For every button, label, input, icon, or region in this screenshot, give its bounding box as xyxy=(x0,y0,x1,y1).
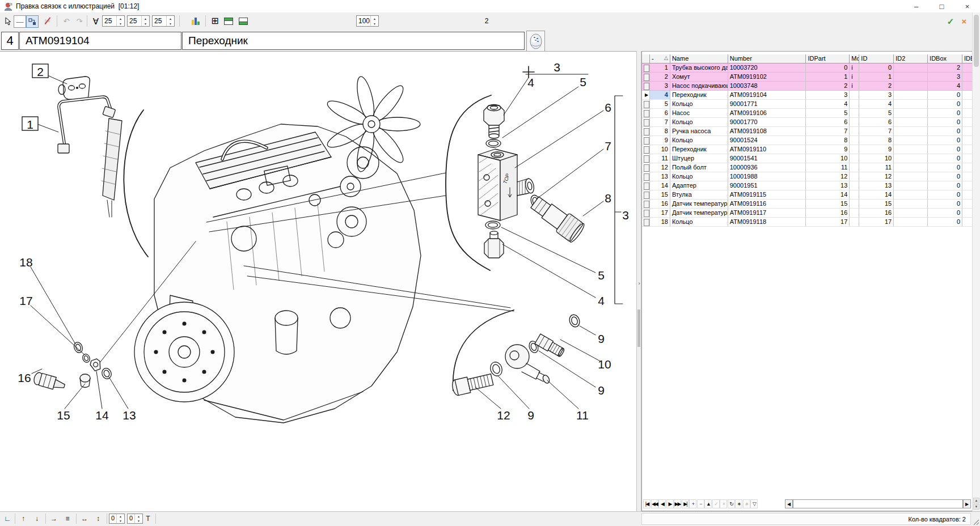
cell-id[interactable]: 0 xyxy=(859,63,894,73)
cell-id2[interactable] xyxy=(894,109,928,118)
cell-n[interactable]: 7 xyxy=(650,118,670,127)
header-panel-button[interactable] xyxy=(223,15,234,27)
cell-gutter[interactable] xyxy=(642,127,650,136)
cell-n[interactable]: 12 xyxy=(650,163,670,172)
cell-mo[interactable] xyxy=(850,181,859,190)
table-row[interactable]: 7Кольцо90001770660 xyxy=(642,118,973,127)
cell-name[interactable]: Адаптер xyxy=(670,181,728,190)
spinner-arrows[interactable]: ▲▼ xyxy=(116,16,124,26)
cell-id2[interactable] xyxy=(894,154,928,163)
cell-mo[interactable]: i xyxy=(850,82,859,91)
grid-view-button[interactable]: ⊞ xyxy=(209,15,221,27)
cell-gutter[interactable] xyxy=(642,172,650,181)
cell-number[interactable]: ATM0919102 xyxy=(728,73,806,82)
cell-number[interactable]: 10000936 xyxy=(728,163,806,172)
nav-bookmark-button[interactable]: ∗ xyxy=(735,499,742,508)
table-row[interactable]: 13Кольцо1000198812120 xyxy=(642,172,973,181)
nav-prior-page-button[interactable]: ◀◀ xyxy=(651,499,658,508)
cell-n[interactable]: 9 xyxy=(650,136,670,145)
cell-mo[interactable] xyxy=(850,127,859,136)
nav-delete-button[interactable]: − xyxy=(697,499,704,508)
cell-gutter[interactable] xyxy=(642,200,650,209)
scroll-up-icon[interactable]: ▲ xyxy=(973,498,979,503)
column-header-id[interactable]: ID xyxy=(859,54,894,63)
column-header-mo[interactable]: Mo xyxy=(850,54,859,63)
cell-id2[interactable] xyxy=(894,63,928,73)
cell-mo[interactable]: i xyxy=(850,73,859,82)
cell-gutter[interactable] xyxy=(642,154,650,163)
nav-prior-button[interactable]: ◀ xyxy=(658,499,666,508)
spinner-arrows[interactable]: ▲▼ xyxy=(116,514,124,523)
cell-idpart[interactable]: 13 xyxy=(806,181,850,190)
nav-cancel-button[interactable]: × xyxy=(720,499,727,508)
table-row[interactable]: 16Датчик температурьATM091911615150 xyxy=(642,200,973,209)
cell-idb[interactable] xyxy=(962,218,973,227)
cell-n[interactable]: 8 xyxy=(650,127,670,136)
size-spinner-2[interactable]: 25 ▲▼ xyxy=(127,15,150,27)
column-header-name[interactable]: Name xyxy=(670,54,728,63)
cell-id[interactable]: 13 xyxy=(859,181,894,190)
unlink-tool-button[interactable]: ✂ xyxy=(42,15,53,27)
cell-n[interactable]: 13 xyxy=(650,172,670,181)
cell-name[interactable]: Хомут xyxy=(670,73,728,82)
cell-idb[interactable] xyxy=(962,154,973,163)
cell-idpart[interactable]: 15 xyxy=(806,200,850,209)
cell-mo[interactable] xyxy=(850,172,859,181)
cell-mo[interactable] xyxy=(850,154,859,163)
cell-name[interactable]: Ручка насоса xyxy=(670,127,728,136)
cell-id[interactable]: 8 xyxy=(859,136,894,145)
illustration-canvas[interactable]: TOP 21181716151413345678354910912911 xyxy=(0,51,636,511)
cell-idb[interactable] xyxy=(962,100,973,109)
line-tool-button[interactable]: — xyxy=(14,15,26,28)
table-row[interactable]: 14Адаптер9000195113130 xyxy=(642,181,973,190)
cell-id2[interactable] xyxy=(894,145,928,154)
cell-mo[interactable] xyxy=(850,163,859,172)
cell-idb[interactable] xyxy=(962,91,973,100)
cell-id[interactable]: 6 xyxy=(859,118,894,127)
cell-id2[interactable] xyxy=(894,91,928,100)
cell-idpart[interactable]: 0 xyxy=(806,63,850,73)
cell-mo[interactable] xyxy=(850,109,859,118)
cell-id2[interactable] xyxy=(894,181,928,190)
column-header-rownum[interactable]: -△ xyxy=(650,54,670,63)
cell-id[interactable]: 7 xyxy=(859,127,894,136)
cell-id[interactable]: 10 xyxy=(859,154,894,163)
cell-number[interactable]: 90001951 xyxy=(728,181,806,190)
cell-idpart[interactable]: 3 xyxy=(806,91,850,100)
cell-idpart[interactable]: 4 xyxy=(806,100,850,109)
cell-idbox[interactable]: 0 xyxy=(928,109,962,118)
offset-spinner-1[interactable]: 0▲▼ xyxy=(109,514,125,524)
nav-insert-button[interactable]: + xyxy=(689,499,696,508)
record-title-box[interactable]: Переходник xyxy=(182,32,525,50)
spinner-arrows[interactable]: ▲▼ xyxy=(134,514,142,523)
column-header-id2[interactable]: ID2 xyxy=(894,54,928,63)
table-row[interactable]: 18КольцоATM091911817170 xyxy=(642,218,973,227)
cell-id[interactable]: 5 xyxy=(859,109,894,118)
hscroll-track[interactable] xyxy=(793,499,963,508)
link-tool-button[interactable] xyxy=(26,15,39,28)
cell-n[interactable]: 10 xyxy=(650,145,670,154)
cell-number[interactable]: ATM0919116 xyxy=(728,200,806,209)
cell-mo[interactable] xyxy=(850,190,859,200)
corner-tool-button[interactable]: ∟ xyxy=(2,514,12,524)
cell-n[interactable]: 6 xyxy=(650,109,670,118)
nav-next-button[interactable]: ▶ xyxy=(666,499,674,508)
cell-name[interactable]: Датчик температурь xyxy=(670,200,728,209)
cell-idbox[interactable]: 0 xyxy=(928,127,962,136)
cell-id2[interactable] xyxy=(894,100,928,109)
cell-gutter[interactable] xyxy=(642,145,650,154)
pane-splitter[interactable]: › xyxy=(636,51,641,511)
cell-idb[interactable] xyxy=(962,145,973,154)
cell-id[interactable]: 4 xyxy=(859,100,894,109)
cell-id[interactable]: 17 xyxy=(859,218,894,227)
scrollbar-thumb[interactable] xyxy=(974,15,979,67)
cell-gutter[interactable] xyxy=(642,181,650,190)
shift-up-tool-button[interactable]: ↑ xyxy=(18,514,28,524)
size-spinner-3[interactable]: 25 ▲▼ xyxy=(152,15,175,27)
cell-idpart[interactable]: 7 xyxy=(806,127,850,136)
cell-idb[interactable] xyxy=(962,190,973,200)
cell-number[interactable]: ATM0919110 xyxy=(728,145,806,154)
vertical-scrollbar[interactable]: ▲ ▼ xyxy=(972,12,980,511)
scroll-down-icon[interactable]: ▼ xyxy=(973,504,979,510)
cell-name[interactable]: Кольцо xyxy=(670,218,728,227)
